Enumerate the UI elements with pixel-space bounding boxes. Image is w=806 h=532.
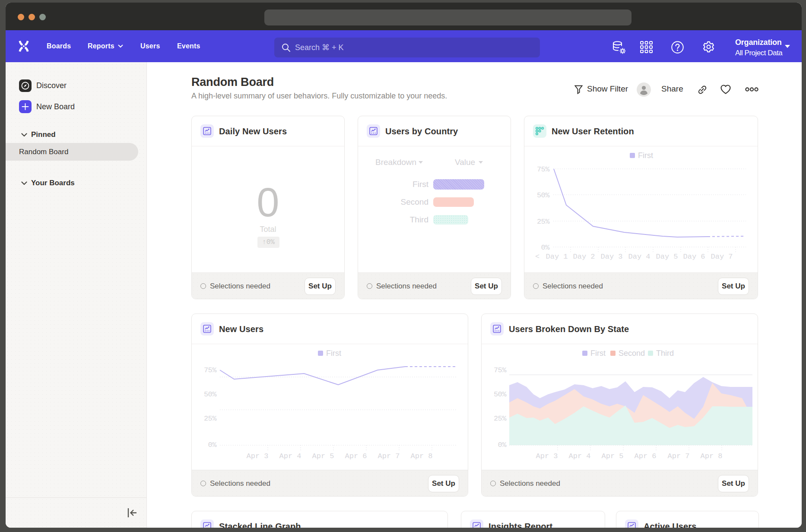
- svg-text:Apr 6: Apr 6: [634, 452, 656, 460]
- svg-text:Apr 8: Apr 8: [410, 452, 432, 460]
- svg-text:0%: 0%: [541, 244, 550, 252]
- svg-text:Second: Second: [619, 349, 645, 358]
- svg-text:First: First: [638, 151, 653, 160]
- svg-text:Day 1: Day 1: [546, 253, 568, 261]
- svg-text:50%: 50%: [204, 390, 217, 399]
- svg-text:Day 4: Day 4: [628, 253, 650, 261]
- svg-text:Apr 5: Apr 5: [312, 452, 334, 460]
- svg-text:50%: 50%: [537, 191, 550, 200]
- svg-text:75%: 75%: [494, 366, 507, 374]
- svg-text:Apr 6: Apr 6: [345, 452, 367, 460]
- svg-text:<: <: [535, 253, 539, 261]
- svg-text:25%: 25%: [204, 415, 217, 423]
- svg-text:First: First: [326, 349, 341, 358]
- svg-text:Apr 7: Apr 7: [378, 452, 400, 460]
- svg-text:Apr 5: Apr 5: [601, 452, 623, 460]
- svg-text:Apr 4: Apr 4: [279, 452, 301, 460]
- svg-text:Day 6: Day 6: [683, 253, 705, 261]
- svg-text:Day 5: Day 5: [656, 253, 678, 261]
- svg-text:50%: 50%: [494, 390, 507, 399]
- svg-text:0%: 0%: [498, 441, 507, 449]
- svg-text:75%: 75%: [204, 366, 217, 374]
- svg-text:Apr 4: Apr 4: [568, 452, 590, 460]
- svg-text:25%: 25%: [494, 415, 507, 423]
- svg-text:Third: Third: [656, 349, 674, 358]
- svg-text:0%: 0%: [208, 441, 217, 449]
- svg-text:Day 2: Day 2: [573, 253, 595, 261]
- svg-text:Apr 7: Apr 7: [667, 452, 689, 460]
- svg-text:75%: 75%: [537, 165, 550, 174]
- svg-text:25%: 25%: [537, 218, 550, 226]
- svg-text:Day 3: Day 3: [600, 253, 622, 261]
- svg-text:Apr 8: Apr 8: [700, 452, 722, 460]
- svg-text:Apr 3: Apr 3: [246, 452, 268, 460]
- svg-text:Day 7: Day 7: [711, 253, 733, 261]
- svg-text:First: First: [590, 349, 606, 358]
- svg-text:Apr 3: Apr 3: [536, 452, 558, 460]
